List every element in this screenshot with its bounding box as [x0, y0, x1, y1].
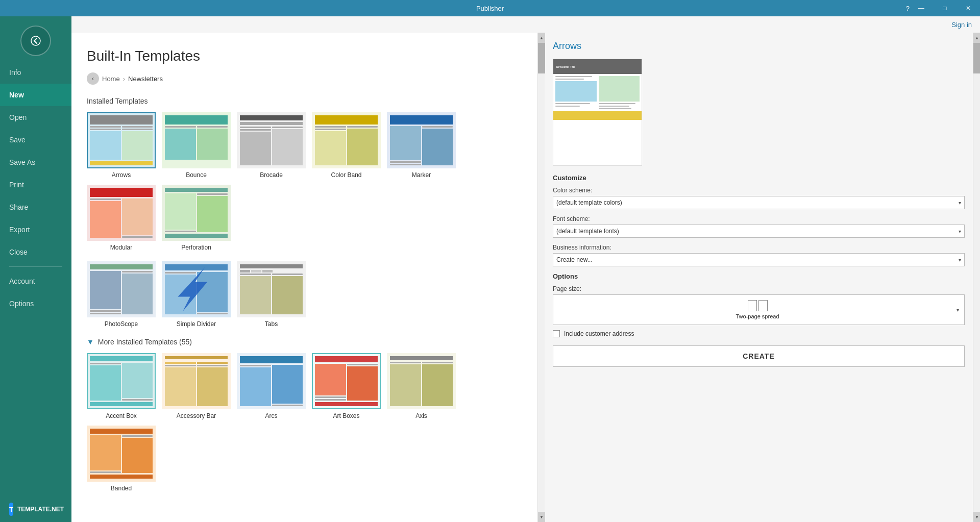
template-axis[interactable]: Axis	[387, 353, 456, 419]
template-perforation-label: Perforation	[181, 244, 211, 251]
color-scheme-label: Color scheme:	[553, 187, 965, 194]
scroll-thumb[interactable]	[538, 43, 545, 73]
template-marker[interactable]: Marker	[387, 112, 456, 179]
template-modular-label: Modular	[110, 244, 132, 251]
sidebar-item-close[interactable]: Close	[0, 241, 71, 263]
sidebar-divider	[9, 266, 62, 267]
template-accentbox[interactable]: Accent Box	[87, 353, 156, 419]
window-controls: — □ ✕	[910, 0, 980, 16]
sidebar-item-export[interactable]: Export	[0, 218, 71, 241]
sidebar-item-print[interactable]: Print	[0, 173, 71, 196]
breadcrumb-back-button[interactable]: ‹	[87, 72, 99, 85]
template-colorband-label: Color Band	[331, 171, 361, 179]
template-simpledivider[interactable]: Simple Divider	[162, 261, 231, 328]
templates-scrollbar[interactable]: ▲ ▼	[537, 33, 545, 522]
breadcrumb-separator: ›	[123, 75, 125, 83]
template-arcs-label: Arcs	[265, 412, 278, 419]
template-simpledivider-label: Simple Divider	[177, 320, 216, 328]
sidebar-item-options[interactable]: Options	[0, 292, 71, 315]
installed-templates-grid-2: PhotoScope	[87, 261, 522, 328]
page-size-icon	[748, 300, 768, 311]
template-brocade-label: Brocade	[260, 171, 283, 179]
template-colorband[interactable]: Color Band	[312, 112, 381, 179]
sidebar-item-new[interactable]: New	[0, 84, 71, 106]
right-scroll-thumb[interactable]	[973, 43, 980, 73]
more-templates-header[interactable]: ▼ More Installed Templates (55)	[87, 338, 522, 346]
sidebar-item-info[interactable]: Info	[0, 61, 71, 84]
templates-panel: Built-In Templates ‹ Home › Newsletters …	[71, 33, 537, 522]
font-scheme-arrow-icon: ▾	[959, 229, 961, 234]
sidebar-item-share[interactable]: Share	[0, 196, 71, 218]
app-body: Info New Open Save Save As Print Share E…	[0, 16, 980, 522]
template-accessorybar[interactable]: Accessory Bar	[162, 353, 231, 419]
template-perforation[interactable]: Perforation	[162, 185, 231, 251]
business-info-value: Create new...	[556, 256, 593, 263]
panel-wrapper: Arrows Newsletter Title	[545, 33, 980, 522]
more-templates-grid: Accent Box	[87, 353, 522, 492]
page-title: Built-In Templates	[87, 48, 522, 64]
font-scheme-label: Font scheme:	[553, 215, 965, 222]
template-banded[interactable]: Banded	[87, 426, 156, 492]
font-scheme-select[interactable]: (default template fonts) ▾	[553, 225, 965, 238]
sidebar-item-open[interactable]: Open	[0, 106, 71, 129]
color-scheme-value: (default template colors)	[556, 199, 622, 206]
page-size-arrow-icon: ▾	[957, 307, 959, 313]
customize-title: Customize	[553, 174, 965, 182]
include-address-label: Include customer address	[564, 330, 634, 337]
business-info-label: Business information:	[553, 244, 965, 251]
business-info-select[interactable]: Create new... ▾	[553, 253, 965, 266]
template-arcs[interactable]: Arcs	[237, 353, 306, 419]
sidebar-item-account[interactable]: Account	[0, 270, 71, 292]
close-button[interactable]: ✕	[957, 0, 980, 16]
more-templates-arrow-icon: ▼	[87, 338, 94, 346]
business-info-arrow-icon: ▾	[959, 257, 961, 263]
template-accessorybar-label: Accessory Bar	[177, 412, 216, 419]
template-arrows[interactable]: Arrows	[87, 112, 156, 179]
template-artboxes-label: Art Boxes	[333, 412, 359, 419]
content-area: Built-In Templates ‹ Home › Newsletters …	[71, 33, 980, 522]
installed-templates-grid: Arrows	[87, 112, 522, 251]
template-artboxes[interactable]: Art Boxes	[312, 353, 381, 419]
template-photoscope[interactable]: PhotoScope	[87, 261, 156, 328]
breadcrumb: ‹ Home › Newsletters	[87, 72, 522, 85]
right-panel: Arrows Newsletter Title	[545, 33, 973, 522]
scroll-down-button[interactable]: ▼	[538, 512, 545, 522]
breadcrumb-home[interactable]: Home	[102, 75, 120, 83]
sign-in-link[interactable]: Sign in	[951, 21, 972, 29]
preview-thumbnail: Newsletter Title	[553, 59, 642, 166]
create-button[interactable]: CREATE	[553, 345, 965, 367]
right-panel-scrollbar[interactable]: ▲ ▼	[973, 33, 980, 522]
sidebar-item-save-as[interactable]: Save As	[0, 151, 71, 173]
template-modular[interactable]: Modular	[87, 185, 156, 251]
template-photoscope-label: PhotoScope	[105, 320, 138, 328]
breadcrumb-current: Newsletters	[128, 75, 163, 83]
include-address-checkbox[interactable]	[553, 330, 560, 337]
right-scroll-up[interactable]: ▲	[973, 33, 980, 43]
main-content: Sign in Built-In Templates ‹ Home › News…	[71, 16, 980, 522]
page-size-button[interactable]: Two-page spread ▾	[553, 294, 965, 325]
color-scheme-arrow-icon: ▾	[959, 200, 961, 206]
include-address-row: Include customer address	[553, 330, 965, 337]
logo-text: TEMPLATE.NET	[17, 506, 64, 513]
scroll-up-button[interactable]: ▲	[538, 33, 545, 43]
maximize-button[interactable]: □	[933, 0, 957, 16]
template-bounce[interactable]: Bounce	[162, 112, 231, 179]
back-button[interactable]	[20, 26, 51, 56]
page-size-label: Page size:	[553, 285, 965, 292]
font-scheme-value: (default template fonts)	[556, 228, 619, 235]
sidebar-item-save[interactable]: Save	[0, 129, 71, 151]
svg-point-0	[31, 36, 40, 45]
minimize-button[interactable]: —	[910, 0, 933, 16]
template-tabs[interactable]: Tabs	[237, 261, 306, 328]
more-templates-title: More Installed Templates (55)	[98, 338, 192, 346]
logo-icon: T	[9, 503, 13, 516]
help-icon[interactable]: ?	[906, 5, 910, 12]
template-brocade[interactable]: Brocade	[237, 112, 306, 179]
color-scheme-select[interactable]: (default template colors) ▾	[553, 196, 965, 209]
template-marker-label: Marker	[412, 171, 431, 179]
template-bounce-label: Bounce	[186, 171, 207, 179]
right-scroll-down[interactable]: ▼	[973, 512, 980, 522]
page-size-value: Two-page spread	[736, 313, 779, 319]
template-accentbox-label: Accent Box	[106, 412, 137, 419]
template-arrows-label: Arrows	[112, 171, 131, 179]
